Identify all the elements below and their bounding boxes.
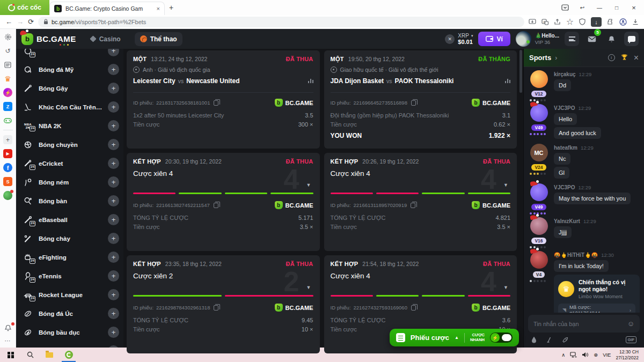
sidebar-item-table-tennis[interactable]: Bóng bàn + — [23, 191, 119, 210]
chat-toggle-button[interactable] — [624, 32, 639, 46]
expand-plus-button[interactable]: + — [108, 158, 119, 169]
gif-button[interactable]: GIF — [626, 336, 637, 343]
expand-plus-button[interactable]: + — [108, 176, 119, 188]
file-explorer-icon[interactable] — [40, 348, 59, 362]
avatar[interactable] — [530, 251, 548, 269]
blocked-circle-icon[interactable]: ⊗ — [594, 352, 598, 358]
contest-trophy-icon[interactable] — [621, 54, 628, 62]
new-tab-button[interactable]: + — [165, 0, 178, 15]
chat-username[interactable]: YalnızKurt — [554, 218, 580, 224]
language-indicator[interactable]: VIE — [603, 352, 611, 358]
rain-drop-icon[interactable] — [531, 336, 537, 343]
messenger-icon[interactable]: ⚡ — [3, 88, 12, 97]
currency-selector[interactable]: ✕ XRP ▾ $0.01 — [445, 33, 473, 45]
shared-win-card[interactable]: ♛ Chiến thắng có vị ngọt ngào! Limbo Wow… — [554, 275, 640, 313]
match-name[interactable]: JDA Dijon Basket vs PAOK Thessaloniki — [331, 77, 511, 85]
chat-close-icon[interactable]: × — [634, 53, 639, 63]
save-to-device-icon[interactable] — [529, 19, 536, 25]
wallet-button[interactable]: Ví — [478, 32, 510, 46]
rewards-crown-icon[interactable]: ♛ — [3, 74, 12, 83]
nav-casino[interactable]: Casino — [85, 32, 126, 46]
avatar[interactable] — [530, 183, 548, 201]
zalo-icon[interactable]: Z — [3, 102, 12, 111]
coccoc-menu-button[interactable]: cốc cốc — [0, 0, 49, 15]
stats-bars-icon[interactable] — [308, 79, 313, 83]
expand-plus-button[interactable]: + — [108, 270, 119, 282]
share-icon[interactable] — [554, 19, 561, 25]
copy-icon[interactable] — [214, 100, 218, 106]
expand-plus-button[interactable]: + — [108, 233, 119, 244]
taskbar-coccoc-icon[interactable] — [59, 348, 78, 362]
back-button[interactable]: ← — [5, 18, 12, 26]
reload-button[interactable]: ⟳ — [28, 18, 34, 26]
chat-username[interactable]: hateafkm — [554, 145, 577, 151]
sidebar-item-rugby[interactable]: Bóng bầu dục + — [23, 323, 119, 342]
notifications-bell-icon[interactable] — [3, 323, 12, 333]
inbox-button[interactable]: 5 — [584, 32, 599, 46]
add-shortcut-icon[interactable]: + — [3, 135, 12, 144]
games-gamepad-icon[interactable] — [3, 116, 12, 125]
combo-summary[interactable]: Cược xiên 4 4 ▼ — [133, 167, 313, 195]
user-chip[interactable]: 🎄Hello... VIP 36 — [516, 31, 559, 47]
scrollbar[interactable] — [519, 50, 522, 349]
sidebar-item-nba2k[interactable]: NBA2K24 NBA 2K + — [23, 116, 119, 135]
rocket-icon[interactable] — [562, 337, 568, 343]
close-tab-icon[interactable]: × — [157, 5, 160, 12]
facebook-icon[interactable]: f — [3, 163, 12, 172]
avatar[interactable]: MC — [530, 144, 548, 161]
sidebar-item-american-football[interactable]: Bóng đá Mỹ + — [23, 60, 119, 79]
sidebar-item-handball[interactable]: Bóng ném + — [23, 173, 119, 191]
sidebar-item-efighting[interactable]: 24 eFighting + — [23, 248, 119, 267]
taskbar-clock[interactable]: 12:30 CH 27/12/2022 — [616, 349, 639, 360]
youtube-icon[interactable]: ▶ — [3, 149, 12, 158]
expand-plus-button[interactable]: + — [108, 120, 119, 131]
start-button[interactable] — [1, 348, 20, 362]
bet-list-button[interactable] — [565, 32, 579, 46]
sidebar-item-aussie-rules[interactable]: Bóng đá Úc + — [23, 304, 119, 323]
match-name[interactable]: Leicester City vs Newcastle United — [133, 77, 313, 85]
stats-bars-icon[interactable] — [505, 79, 510, 83]
chevron-right-icon[interactable]: › — [555, 54, 557, 62]
bet-code-pill[interactable]: ◥ Mã cược: #1011764844... › — [558, 304, 635, 313]
sidebar-item-baseball[interactable]: Bóng chày + — [23, 229, 119, 248]
expand-plus-button[interactable]: + — [108, 308, 119, 319]
sidebar-item-ice-hockey[interactable]: Khúc Côn Cầu Trên Băng + — [23, 98, 119, 116]
translate-icon[interactable]: a — [541, 19, 548, 25]
expand-plus-button[interactable]: + — [108, 289, 119, 300]
expand-caret-icon[interactable]: ▼ — [306, 285, 311, 290]
taskbar-search-icon[interactable] — [20, 348, 40, 362]
expand-plus-button[interactable]: + — [108, 327, 119, 338]
expand-plus-button[interactable]: + — [108, 83, 119, 94]
expand-plus-button[interactable]: + — [108, 64, 119, 75]
expand-caret-icon[interactable]: ▼ — [306, 182, 311, 188]
combo-summary[interactable]: Cược xiên 4 4 ▼ — [331, 167, 511, 195]
expand-plus-button[interactable]: + — [108, 252, 119, 263]
expand-plus-button[interactable]: + — [108, 139, 119, 150]
quick-bet-toggle[interactable] — [490, 333, 513, 343]
network-icon[interactable] — [570, 352, 577, 358]
bookmark-star-icon[interactable]: ☆ — [566, 17, 574, 27]
send-tab-icon[interactable]: ↩ — [574, 1, 590, 14]
avatar[interactable] — [530, 70, 548, 88]
combo-summary[interactable]: Cược xiên 2 2 ▼ — [133, 270, 313, 298]
sidebar-item-ecricket[interactable]: 24 eCricket + — [23, 154, 119, 173]
copy-icon[interactable] — [411, 305, 416, 311]
chat-username[interactable]: kirçakuç — [554, 71, 576, 77]
settings-gear-icon[interactable] — [3, 32, 12, 41]
sidebar-item-rocket-league[interactable]: 24 Rocket League + — [23, 285, 119, 304]
sidebar-more-icon[interactable]: ⋯ — [5, 337, 11, 344]
adblock-shield-icon[interactable] — [579, 18, 586, 25]
chat-username[interactable]: VJC3PO — [554, 105, 575, 111]
copy-icon[interactable] — [214, 203, 218, 208]
expand-plus-button[interactable]: + — [108, 49, 119, 56]
chat-room-title[interactable]: Sports — [529, 54, 551, 62]
forward-button[interactable]: → — [17, 18, 24, 26]
chat-username[interactable]: 🤬🖕HiTHiT🖕🤬 — [554, 252, 598, 258]
maximize-button[interactable]: □ — [609, 1, 625, 14]
sidebar-item-formula1[interactable]: Đua xe Công thức 1 + — [23, 342, 119, 348]
chat-message-input[interactable] — [533, 321, 627, 327]
slash-command-icon[interactable] — [546, 337, 552, 343]
reading-list-icon[interactable] — [3, 60, 12, 69]
shopping-icon[interactable]: S — [3, 177, 12, 186]
minimize-button[interactable]: — — [591, 1, 608, 14]
